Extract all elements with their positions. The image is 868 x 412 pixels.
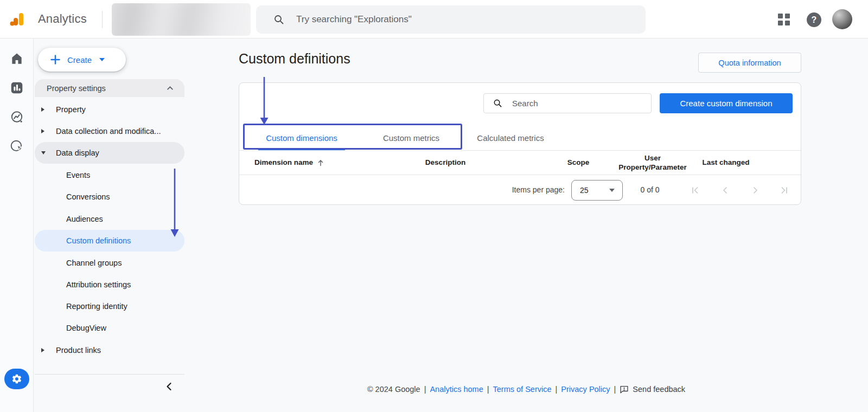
terms-of-service-link[interactable]: Terms of Service [493,385,552,394]
footer-separator: | [614,385,616,394]
app-header: Analytics ? [0,0,868,38]
create-custom-dimension-button[interactable]: Create custom dimension [660,93,793,113]
create-button[interactable]: Create [38,48,126,72]
explore-icon[interactable] [10,110,24,124]
nav-rail [0,38,34,412]
chevron-down-icon [609,189,615,192]
sidebar-divider [35,374,184,375]
column-last-changed[interactable]: Last changed [688,151,764,175]
page-title: Custom definitions [239,51,350,67]
advertising-icon[interactable] [10,139,24,153]
create-button-label: Create [67,55,92,65]
table-search-input[interactable] [512,99,642,108]
tab-calculated-metrics[interactable]: Calculated metrics [467,125,554,151]
sidebar-item-debugview[interactable]: DebugView [35,317,184,339]
sidebar-item-property[interactable]: Property [35,99,184,120]
reports-icon[interactable] [10,81,24,95]
table-header-row: Dimension name Description Scope User Pr… [239,151,801,175]
brand-title: Analytics [38,12,87,26]
privacy-policy-link[interactable]: Privacy Policy [561,385,610,394]
plus-icon [50,54,61,65]
quota-information-button[interactable]: Quota information [698,53,801,73]
sidebar-item-product-links[interactable]: Product links [35,339,184,361]
avatar[interactable] [832,9,852,29]
apps-grid-icon[interactable] [778,14,790,25]
chevron-up-icon [167,85,174,92]
global-search-bar[interactable] [256,5,646,34]
footer-separator: | [556,385,558,394]
account-switcher-redacted[interactable] [112,3,251,36]
tab-custom-dimensions[interactable]: Custom dimensions [258,125,345,151]
expand-right-icon [41,348,49,352]
search-icon [493,99,502,108]
gear-icon [11,374,22,384]
help-icon[interactable]: ? [807,12,821,27]
footer-separator: | [424,385,426,394]
redaction-blur [112,3,251,36]
page-footer: © 2024 Google | Analytics home | Terms o… [184,382,868,397]
sidebar-item-events[interactable]: Events [35,164,184,186]
column-dimension-name[interactable]: Dimension name [254,151,324,175]
header-divider [102,11,103,28]
global-search-input[interactable] [296,14,622,25]
search-icon [273,14,284,25]
first-page-icon[interactable] [691,186,700,195]
admin-button[interactable] [4,369,29,389]
expand-right-icon [41,107,49,112]
collapse-sidebar-button[interactable] [162,379,177,394]
copyright-text: © 2024 Google [367,385,420,394]
sidebar-item-custom-definitions[interactable]: Custom definitions [35,230,184,252]
previous-page-icon[interactable] [721,186,730,195]
page-size-value: 25 [580,186,609,195]
pagination-bar: Items per page: 25 0 of 0 [239,175,801,205]
sidebar-item-conversions[interactable]: Conversions [35,186,184,208]
page-size-select[interactable]: 25 [571,180,623,201]
analytics-home-link[interactable]: Analytics home [430,385,483,394]
items-per-page-label: Items per page: [478,175,565,205]
ga4-admin-page: Analytics ? Create Property settings [0,0,868,412]
sort-ascending-icon [317,159,324,166]
expand-right-icon [41,129,49,133]
column-user-property-parameter[interactable]: User Property/Parameter [615,151,691,175]
analytics-logo-icon [10,12,24,27]
column-description[interactable]: Description [391,151,500,175]
admin-sidebar: Create Property settings Property Data c… [34,38,184,412]
sidebar-item-data-collection[interactable]: Data collection and modifica... [35,120,184,142]
footer-separator: | [487,385,489,394]
sidebar-item-channel-groups[interactable]: Channel groups [35,252,184,274]
feedback-icon [620,385,629,394]
last-page-icon[interactable] [780,186,788,195]
chevron-left-icon [165,382,173,391]
custom-definitions-card: Create custom dimension Custom dimension… [239,82,801,205]
sidebar-item-reporting-identity[interactable]: Reporting identity [35,295,184,317]
sidebar-item-data-display[interactable]: Data display [35,142,184,164]
table-search-box[interactable] [483,93,652,113]
home-icon[interactable] [10,52,24,66]
sidebar-item-attribution-settings[interactable]: Attribution settings [35,274,184,295]
expand-down-icon [41,151,49,154]
section-property-settings[interactable]: Property settings [35,79,184,97]
section-title: Property settings [47,84,167,93]
send-feedback-button[interactable]: Send feedback [620,385,685,394]
tab-custom-metrics[interactable]: Custom metrics [368,125,455,151]
column-scope[interactable]: Scope [540,151,616,175]
pagination-range: 0 of 0 [626,175,674,205]
chevron-down-icon [99,58,105,61]
next-page-icon[interactable] [751,186,760,195]
sidebar-item-audiences[interactable]: Audiences [35,208,184,230]
